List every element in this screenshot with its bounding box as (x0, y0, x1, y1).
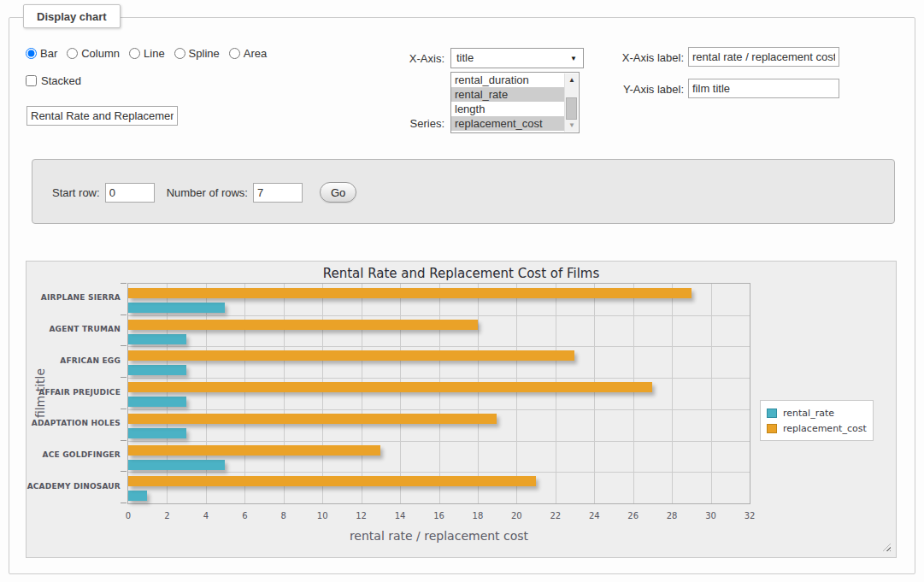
grid-line-vertical (206, 284, 207, 503)
bar-replacement_cost (128, 445, 380, 456)
grid-line-vertical (516, 284, 517, 503)
y-axis-label-input[interactable] (688, 79, 839, 98)
series-options: rental_durationrental_ratelengthreplacem… (451, 73, 579, 131)
resize-handle-icon[interactable] (883, 544, 891, 551)
grid-line-horizontal (128, 346, 750, 347)
grid-line-horizontal (128, 315, 750, 316)
x-tick-label: 30 (705, 511, 716, 520)
grid-line-vertical (322, 284, 323, 503)
go-button[interactable]: Go (320, 182, 356, 203)
y-axis-tick (121, 283, 127, 284)
chart-type-radio-spline[interactable] (174, 48, 185, 59)
x-tick-label: 10 (317, 511, 328, 520)
x-axis-title: rental rate / replacement cost (127, 529, 750, 543)
start-row-label: Start row: (52, 186, 100, 199)
legend-label: replacement_cost (783, 423, 867, 434)
y-category-label: AIRPLANE SIERRA (26, 293, 121, 302)
x-tick-label: 24 (589, 511, 600, 520)
series-scrollbar[interactable]: ▲ ▼ (564, 73, 578, 132)
row-range-panel: Start row: Number of rows: Go (32, 159, 895, 224)
grid-line-vertical (244, 284, 245, 503)
y-category-label: ACADEMY DINOSAUR (26, 482, 121, 491)
chevron-down-icon: ▼ (570, 55, 577, 62)
start-row-input[interactable] (105, 183, 155, 203)
x-tick-label: 12 (356, 511, 367, 520)
scrollbar-thumb[interactable] (566, 97, 577, 120)
x-axis-selected-value: title (456, 51, 474, 64)
chart-type-radio-column[interactable] (67, 48, 78, 59)
x-tick-label: 20 (511, 511, 522, 520)
grid-line-vertical (167, 284, 168, 503)
grid-line-horizontal (128, 409, 750, 410)
y-axis-tick (121, 503, 127, 503)
x-tick-label: 26 (627, 511, 639, 520)
x-axis-label-label: X-Axis label: (598, 51, 684, 64)
bar-rental_rate (128, 460, 225, 470)
chart-container: Rental Rate and Replacement Cost of Film… (26, 261, 897, 558)
series-multiselect[interactable]: rental_durationrental_ratelengthreplacem… (450, 72, 580, 133)
grid-line-vertical (478, 284, 479, 503)
grid-line-vertical (400, 284, 401, 503)
grid-line-vertical (672, 284, 673, 503)
bar-rental_rate (128, 365, 186, 375)
chart-type-label: Spline (189, 47, 220, 60)
series-select-label: Series: (359, 117, 444, 130)
chart-type-option-line: Line (129, 47, 165, 60)
fieldset-legend: Display chart (23, 4, 121, 28)
y-axis-tick (121, 345, 127, 346)
grid-line-horizontal (128, 472, 750, 473)
y-axis-title: film title (33, 368, 47, 418)
y-axis-tick (121, 409, 127, 409)
chart-type-label: Column (81, 47, 120, 60)
chart-type-option-bar: Bar (26, 47, 57, 60)
y-category-label: AFRICAN EGG (26, 356, 121, 365)
grid-line-horizontal (128, 441, 750, 442)
y-axis-tick (121, 440, 127, 441)
chart-type-radio-line[interactable] (129, 48, 140, 59)
grid-line-vertical (633, 284, 634, 503)
x-tick-label: 6 (242, 511, 247, 520)
scroll-up-icon[interactable]: ▲ (565, 73, 579, 86)
x-tick-label: 28 (667, 511, 678, 520)
series-option-rental_rate[interactable]: rental_rate (451, 87, 565, 102)
bar-replacement_cost (128, 476, 536, 486)
x-tick-label: 0 (126, 511, 131, 520)
bar-replacement_cost (128, 320, 478, 330)
x-tick-label: 32 (744, 511, 756, 520)
stacked-checkbox[interactable] (26, 75, 37, 86)
chart-title-input[interactable] (26, 106, 178, 126)
legend-label: rental_rate (783, 408, 834, 419)
x-tick-label: 2 (164, 511, 169, 520)
y-axis-tick (121, 471, 127, 472)
scroll-down-icon[interactable]: ▼ (565, 119, 579, 132)
y-category-label: ACE GOLDFINGER (26, 450, 121, 459)
bar-rental_rate (128, 491, 147, 501)
x-axis-label-input[interactable] (688, 47, 839, 67)
chart-type-radio-bar[interactable] (26, 48, 37, 59)
grid-line-vertical (362, 284, 362, 503)
page: Display chart BarColumnLineSplineArea St… (0, 0, 924, 582)
series-option-rental_duration[interactable]: rental_duration (451, 73, 565, 87)
grid-line-horizontal (128, 378, 750, 379)
bar-rental_rate (128, 334, 186, 344)
chart-type-option-column: Column (67, 47, 120, 60)
bar-replacement_cost (128, 288, 692, 298)
y-category-label: AGENT TRUMAN (26, 325, 121, 333)
legend-swatch-rental_rate (767, 409, 777, 418)
num-rows-input[interactable] (253, 183, 303, 203)
legend-row: replacement_cost (767, 420, 867, 436)
y-axis-tick (121, 377, 127, 378)
chart-type-radio-group: BarColumnLineSplineArea (26, 47, 267, 60)
series-option-length[interactable]: length (451, 102, 565, 116)
chart-title: Rental Rate and Replacement Cost of Film… (26, 266, 896, 281)
y-axis-tick (121, 315, 127, 315)
x-tick-label: 8 (281, 511, 286, 520)
stacked-label: Stacked (41, 74, 81, 87)
x-axis-select[interactable]: title ▼ (450, 48, 584, 68)
x-tick-label: 16 (433, 511, 444, 520)
num-rows-label: Number of rows: (167, 186, 248, 199)
y-axis-label-label: Y-Axis label: (598, 83, 684, 96)
legend-swatch-replacement_cost (767, 424, 777, 433)
chart-type-radio-area[interactable] (229, 48, 240, 59)
series-option-replacement_cost[interactable]: replacement_cost (451, 116, 565, 131)
